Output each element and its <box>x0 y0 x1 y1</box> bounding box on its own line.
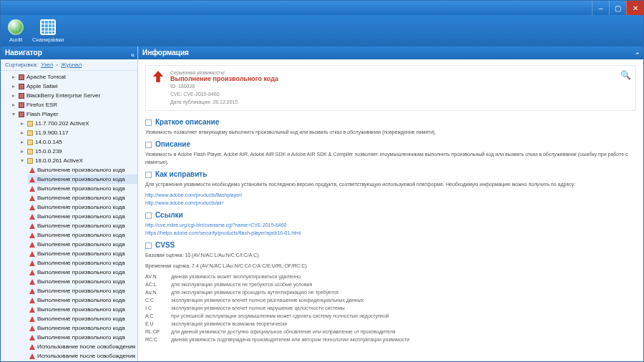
vulnerability-icon <box>29 251 35 257</box>
window-minimize-button[interactable]: – <box>592 1 609 15</box>
tree-product-item[interactable]: ▸Apache Tomcat <box>11 72 137 82</box>
vulnerability-cve: CVE: CVE-2015-8460 <box>170 90 278 98</box>
vulnerability-title: Выполнение произвольного кода <box>170 75 278 82</box>
vulnerability-icon <box>29 242 35 248</box>
tree-vulnerability-item[interactable]: Использование после освобождения <box>28 342 137 351</box>
tree-vulnerability-item[interactable]: Выполнение произвольного кода <box>28 268 137 277</box>
tree-collapse-icon[interactable]: ▾ <box>21 156 27 165</box>
file-icon <box>27 158 33 164</box>
info-header: Информация ⌃ <box>138 47 643 59</box>
tree-version-item[interactable]: ▸11.9.900.117 <box>19 128 137 137</box>
tree-vulnerability-item[interactable]: Выполнение произвольного кода <box>28 193 137 202</box>
file-icon <box>27 149 33 155</box>
tree-vulnerability-item[interactable]: Выполнение произвольного кода <box>28 165 137 175</box>
tree-vulnerability-item[interactable]: Выполнение произвольного кода <box>28 295 137 305</box>
tree-version-item[interactable]: ▸14.0.0.145 <box>19 137 137 147</box>
section-title: Как исправить <box>145 170 636 178</box>
tree-vulnerability-item[interactable]: Выполнение произвольного кода <box>28 175 137 184</box>
cvss-key: Au:N <box>145 288 165 296</box>
tree-expand-icon[interactable]: ▸ <box>21 147 27 156</box>
vulnerability-icon <box>29 233 35 238</box>
tree-version-item[interactable]: ▸15.0.0.239 <box>19 147 137 156</box>
tree-product-item[interactable]: ▸BlackBerry Enterprise Server <box>11 91 137 100</box>
tree-expand-icon[interactable]: ▸ <box>12 100 19 109</box>
vulnerability-icon <box>29 307 35 313</box>
section-cvss: CVSS Базовая оценка: 10 (AV:N/AC:L/Au:N/… <box>145 241 636 343</box>
book-icon <box>19 93 24 99</box>
info-collapse-icon[interactable]: ⌃ <box>635 49 640 62</box>
section-title: Ссылки <box>145 211 636 219</box>
tree-expand-icon[interactable]: ▸ <box>21 119 27 128</box>
book-icon <box>19 112 24 117</box>
fix-link[interactable]: http://www.adobe.com/products/air/ <box>145 199 636 207</box>
tree-vulnerability-item[interactable]: Выполнение произвольного кода <box>28 184 137 193</box>
tree-expand-icon[interactable]: ▸ <box>12 91 19 100</box>
tree-product-item[interactable]: ▾Flash Player▸11.7.700.202 ActiveX▸11.9.… <box>11 109 137 361</box>
ribbon-audit-label: Audit <box>9 36 22 43</box>
cvss-key: AC:L <box>145 280 165 288</box>
tree-vulnerability-item[interactable]: Выполнение произвольного кода <box>28 240 137 249</box>
cvss-value: данная уязвимость подтверждена производи… <box>171 336 409 343</box>
tree-vulnerability-item[interactable]: Выполнение произвольного кода <box>28 305 137 314</box>
tree-vulnerability-item[interactable]: Выполнение произвольного кода <box>28 202 137 212</box>
tree-vulnerability-item[interactable]: Использование после освобождения <box>28 361 137 361</box>
cvss-base-score: Базовая оценка: 10 (AV:N/AC:L/Au:N/C:C/I… <box>145 251 636 259</box>
tree-vulnerability-item[interactable]: Выполнение произвольного кода <box>28 286 137 295</box>
cvss-key: E:U <box>145 320 165 328</box>
magnifier-icon[interactable]: 🔍 <box>620 70 631 80</box>
sort-by-node-link[interactable]: Узел <box>41 62 53 68</box>
audit-icon <box>8 19 24 35</box>
info-panel: Информация ⌃ Серьезная уязвимость! Выпол… <box>138 47 643 361</box>
cvss-row: I:Cэксплуатация уязвимости влечет полное… <box>145 304 636 312</box>
tree-expand-icon[interactable]: ▸ <box>12 72 19 82</box>
tree-expand-icon[interactable]: ▸ <box>21 128 27 137</box>
tree-vulnerability-item[interactable]: Выполнение произвольного кода <box>28 323 137 333</box>
tree-vulnerability-item[interactable]: Использование после освобождения <box>28 351 137 361</box>
vulnerability-published: Дата публикации: 28.12.2015 <box>170 98 278 106</box>
navigator-header: Навигатор « <box>1 47 137 59</box>
fix-link[interactable]: http://www.adobe.com/products/flashplaye… <box>145 191 636 199</box>
section-title: Краткое описание <box>145 118 636 126</box>
vulnerability-icon <box>29 270 35 275</box>
sort-by-journal-link[interactable]: Журнал <box>61 62 82 68</box>
cvss-key: AV:N <box>145 273 165 280</box>
tree-version-item[interactable]: ▸11.7.700.202 ActiveX <box>19 119 137 128</box>
tree-expand-icon[interactable]: ▸ <box>12 82 19 91</box>
cvss-value: для эксплуатации уязвимости проходить ау… <box>171 288 338 296</box>
info-body[interactable]: Серьезная уязвимость! Выполнение произво… <box>138 59 643 361</box>
vulnerability-icon <box>29 195 35 201</box>
file-icon <box>27 130 33 136</box>
tree-scroll[interactable]: ▸Apache Tomcat▸Apple Safari▸BlackBerry E… <box>1 71 137 361</box>
window-close-button[interactable]: ✕ <box>626 1 643 15</box>
tree-collapse-icon[interactable]: ▾ <box>12 109 19 119</box>
tree-vulnerability-item[interactable]: Выполнение произвольного кода <box>28 249 137 258</box>
cvss-key: I:C <box>145 304 165 312</box>
book-icon <box>19 102 24 108</box>
tree-vulnerability-item[interactable]: Выполнение произвольного кода <box>28 258 137 268</box>
cvss-row: RC:Cданная уязвимость подтверждена произ… <box>145 336 636 343</box>
cvss-row: E:Uэксплуатация уязвимости возможна теор… <box>145 320 636 328</box>
tree-vulnerability-item[interactable]: Выполнение произвольного кода <box>28 277 137 286</box>
tree-vulnerability-item[interactable]: Выполнение произвольного кода <box>28 314 137 323</box>
tree-version-item[interactable]: ▾18.0.0.261 ActiveXВыполнение произвольн… <box>19 156 137 361</box>
severity-label: Серьезная уязвимость! <box>170 70 278 75</box>
tree-expand-icon[interactable]: ▸ <box>21 137 27 147</box>
vulnerability-id: ID: 180028 <box>170 82 278 90</box>
window-maximize-button[interactable]: ▢ <box>609 1 626 15</box>
panel-collapse-icon[interactable]: « <box>131 49 135 62</box>
tree-vulnerability-item[interactable]: Выполнение произвольного кода <box>28 230 137 240</box>
ribbon-audit-button[interactable]: Audit <box>8 19 24 43</box>
tree-vulnerability-item[interactable]: Выполнение произвольного кода <box>28 221 137 230</box>
section-title: Описание <box>145 140 636 148</box>
reference-link[interactable]: http://cve.mitre.org/cgi-bin/cvename.cgi… <box>145 221 636 229</box>
vulnerability-icon <box>29 344 35 350</box>
tree-product-item[interactable]: ▸Firefox ESR <box>11 100 137 109</box>
cvss-value: для эксплуатации уязвимости не требуются… <box>171 280 312 288</box>
tree-product-item[interactable]: ▸Apple Safari <box>11 82 137 91</box>
cvss-row: A:Cпри успешной эксплуатации злоумышленн… <box>145 312 636 320</box>
reference-link[interactable]: https://helpx.adobe.com/security/product… <box>145 229 636 237</box>
ribbon-scans-button[interactable]: Сканиро́вки <box>32 19 64 43</box>
tree-vulnerability-item[interactable]: Выполнение произвольного кода <box>28 333 137 342</box>
tree-vulnerability-item[interactable]: Выполнение произвольного кода <box>28 212 137 221</box>
section-description: Описание Уязвимость в Adobe Flash Player… <box>145 140 636 166</box>
